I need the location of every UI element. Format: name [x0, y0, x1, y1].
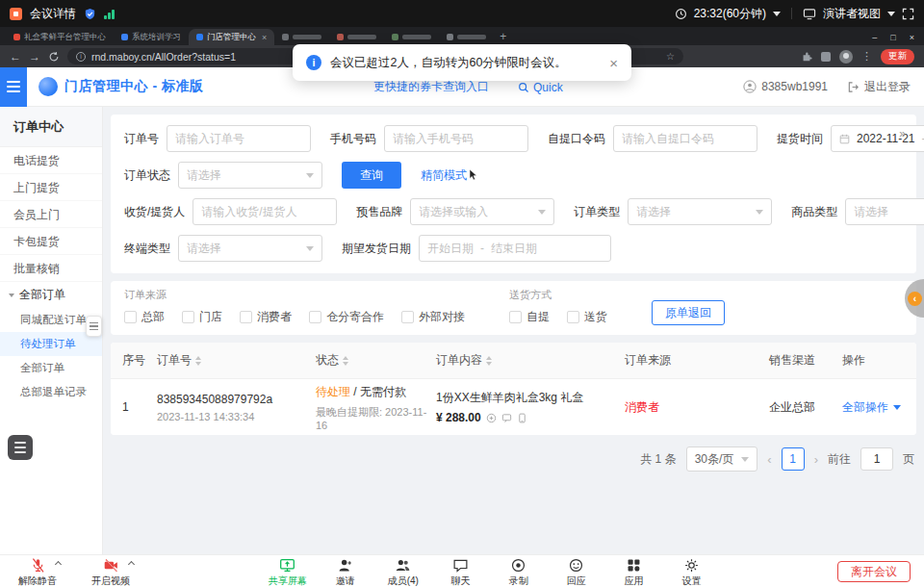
sidebar-item-hq-refund-records[interactable]: 总部退单记录	[0, 380, 102, 404]
user-account[interactable]: 8385wb1991	[743, 80, 828, 93]
phone-icon[interactable]	[517, 413, 527, 423]
browser-tab-active[interactable]: 门店管理中心	[189, 29, 274, 45]
browser-update-button[interactable]: 更新	[881, 49, 914, 64]
minimize-icon[interactable]	[872, 33, 877, 42]
all-actions-dropdown[interactable]: 全部操作	[842, 399, 904, 416]
browser-tab[interactable]: 礼盒零鲜平台管理中心	[6, 29, 114, 45]
sidebar-drag-handle[interactable]	[86, 316, 102, 337]
apps-button[interactable]: 应用	[608, 557, 660, 587]
timer-dropdown-icon[interactable]	[773, 12, 781, 16]
mic-options-icon[interactable]	[55, 561, 62, 568]
goods-type-select[interactable]: 请选择	[845, 198, 924, 225]
extension-icon[interactable]	[821, 52, 831, 62]
checkbox-hq[interactable]: 总部	[124, 309, 165, 325]
expect-date-range[interactable]: 开始日期 - 结束日期	[419, 235, 611, 262]
simple-mode-link[interactable]: 精简模式	[421, 167, 478, 184]
browser-tab[interactable]	[384, 29, 439, 45]
sort-icon[interactable]	[486, 356, 492, 366]
field-label: 期望发货日期	[342, 241, 411, 257]
chat-button[interactable]: 聊天	[435, 557, 487, 587]
pickup-code-input[interactable]	[613, 125, 757, 152]
order-number[interactable]: 83859345088979792a	[157, 393, 316, 406]
sidebar-item-phone-pickup[interactable]: 电话提货	[0, 147, 102, 174]
presale-brand-select[interactable]: 请选择或输入	[410, 198, 554, 225]
order-status-select[interactable]: 请选择	[178, 162, 322, 189]
sidebar-item-door-pickup[interactable]: 上门提货	[0, 174, 102, 201]
close-icon[interactable]	[910, 33, 914, 42]
checkbox-warehouse-coop[interactable]: 仓分寄合作	[309, 309, 384, 325]
sidebar-item-member-visit[interactable]: 会员上门	[0, 201, 102, 228]
message-icon[interactable]	[501, 413, 512, 423]
phone-input[interactable]	[384, 125, 528, 152]
goto-page-input[interactable]	[860, 447, 893, 471]
order-no-input[interactable]	[167, 125, 311, 152]
search-button[interactable]: 查询	[342, 162, 401, 189]
browser-profile-avatar[interactable]	[839, 50, 853, 64]
view-mode-dropdown-icon[interactable]	[887, 12, 895, 16]
leave-meeting-button[interactable]: 离开会议	[837, 561, 911, 582]
browser-tab[interactable]: 系统培训学习	[114, 29, 189, 45]
current-page[interactable]: 1	[782, 447, 805, 471]
reaction-button[interactable]: 回应	[551, 557, 603, 587]
source-filter-bar: 订单来源 总部 门店 消费者 仓分寄合作 外部对接 送货方式	[111, 281, 916, 335]
checkbox-store[interactable]: 门店	[182, 309, 222, 325]
meeting-timer[interactable]: 23:32(60分钟)	[694, 6, 766, 22]
sidebar-item-card-pickup[interactable]: 卡包提货	[0, 228, 102, 255]
sort-icon[interactable]	[195, 356, 201, 366]
browser-tab[interactable]	[274, 29, 329, 45]
floating-list-button[interactable]	[8, 435, 33, 460]
unmute-button[interactable]: 解除静音	[12, 557, 64, 587]
browser-menu-icon[interactable]	[861, 50, 872, 63]
terminal-type-select[interactable]: 请选择	[178, 235, 322, 262]
maximize-icon[interactable]	[890, 33, 895, 42]
select-placeholder: 请选择	[187, 241, 221, 257]
col-status[interactable]: 状态	[316, 352, 436, 369]
tab-close-icon[interactable]	[262, 33, 267, 42]
refresh-icon[interactable]	[48, 51, 60, 63]
checkbox-consumer[interactable]: 消费者	[240, 309, 292, 325]
new-tab-button[interactable]	[500, 30, 506, 43]
invite-button[interactable]: 邀请	[320, 557, 372, 587]
extensions-puzzle-icon[interactable]	[801, 51, 812, 63]
sidebar-item-batch-verify[interactable]: 批量核销	[0, 255, 102, 282]
hamburger-menu-button[interactable]	[0, 67, 27, 107]
checkbox-external[interactable]: 外部对接	[401, 309, 465, 325]
gift-icon[interactable]	[486, 413, 497, 423]
checkbox-self-pickup[interactable]: 自提	[509, 309, 550, 325]
collapse-filters-icon[interactable]: »	[899, 127, 905, 140]
record-button[interactable]: 录制	[493, 557, 545, 587]
back-icon[interactable]	[10, 51, 21, 63]
coupon-query-link[interactable]: 更快捷的券卡查询入口	[373, 79, 489, 95]
sidebar-group-all-orders[interactable]: 全部订单	[0, 282, 102, 308]
sidebar-item-all-orders[interactable]: 全部订单	[0, 356, 102, 380]
view-mode-label[interactable]: 演讲者视图	[823, 6, 881, 22]
prev-page-icon[interactable]	[767, 452, 771, 467]
col-content[interactable]: 订单内容	[436, 352, 625, 369]
next-page-icon[interactable]	[814, 452, 818, 467]
browser-tab[interactable]	[439, 29, 494, 45]
fullscreen-icon[interactable]	[902, 8, 914, 20]
return-original-order-button[interactable]: 原单退回	[652, 300, 725, 325]
browser-tab[interactable]	[329, 29, 384, 45]
page-size-select[interactable]: 30条/页	[686, 447, 758, 472]
settings-button[interactable]: 设置	[666, 557, 718, 587]
share-screen-button[interactable]: 共享屏幕	[262, 557, 314, 587]
members-button[interactable]: 成员(4)	[377, 557, 429, 587]
logout-button[interactable]: 退出登录	[847, 79, 911, 95]
order-type-select[interactable]: 请选择	[628, 198, 772, 225]
quick-search[interactable]: Quick	[518, 81, 563, 94]
sort-icon[interactable]	[343, 356, 348, 366]
bookmark-star-icon[interactable]	[666, 51, 675, 62]
toast-close-icon[interactable]	[609, 55, 618, 71]
receiver-input[interactable]	[192, 198, 337, 225]
start-video-button[interactable]: 开启视频	[85, 557, 137, 587]
pickup-date-range[interactable]: 2022-11-21 - 结束日期	[831, 125, 924, 152]
site-info-icon[interactable]: i	[76, 52, 86, 62]
camera-options-icon[interactable]	[128, 561, 135, 568]
meeting-details-button[interactable]: 会议详情	[30, 6, 76, 22]
col-order-no[interactable]: 订单号	[157, 352, 316, 369]
filter-row-4: 终端类型 请选择 期望发货日期 开始日期 -	[124, 235, 903, 262]
forward-icon[interactable]	[29, 51, 40, 63]
checkbox-delivery[interactable]: 送货	[567, 309, 607, 325]
security-shield-icon[interactable]	[84, 8, 96, 20]
